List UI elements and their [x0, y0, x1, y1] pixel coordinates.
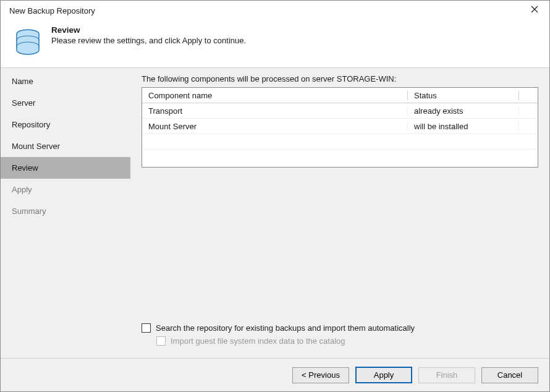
- checkbox-icon: [156, 336, 166, 346]
- wizard-sidebar: Name Server Repository Mount Server Revi…: [1, 68, 130, 358]
- grid-row[interactable]: Transport already exists: [142, 103, 538, 119]
- apply-button[interactable]: Apply: [355, 367, 412, 383]
- components-grid: Component name Status Transport already …: [142, 87, 538, 168]
- sidebar-item-server[interactable]: Server: [1, 92, 130, 114]
- checkbox-icon[interactable]: [142, 323, 151, 333]
- column-header-status[interactable]: Status: [408, 91, 519, 100]
- sidebar-item-apply: Apply: [1, 179, 130, 200]
- checkbox-label: Import guest file system index data to t…: [171, 336, 345, 346]
- titlebar: New Backup Repository: [1, 1, 549, 20]
- close-button[interactable]: [522, 1, 547, 18]
- components-intro: The following components will be process…: [142, 74, 538, 83]
- checkbox-import-index: Import guest file system index data to t…: [156, 336, 538, 346]
- cell-component-status: will be installed: [408, 122, 519, 131]
- cell-component-name: Mount Server: [142, 122, 408, 131]
- wizard-body: Name Server Repository Mount Server Revi…: [1, 67, 549, 358]
- checkbox-search-repository[interactable]: Search the repository for existing backu…: [142, 323, 538, 333]
- close-icon: [531, 6, 538, 13]
- sidebar-item-review[interactable]: Review: [1, 157, 130, 179]
- wizard-header: Review Please review the settings, and c…: [1, 20, 549, 67]
- sidebar-item-mount-server[interactable]: Mount Server: [1, 135, 130, 157]
- sidebar-item-name[interactable]: Name: [1, 70, 130, 92]
- wizard-footer: < Previous Apply Finish Cancel: [1, 358, 549, 391]
- repository-icon: [13, 27, 43, 56]
- wizard-main: The following components will be process…: [130, 68, 549, 358]
- checkbox-group: Search the repository for existing backu…: [142, 320, 538, 356]
- wizard-subheading: Please review the settings, and click Ap…: [51, 36, 246, 45]
- previous-button[interactable]: < Previous: [292, 367, 349, 383]
- wizard-window: New Backup Repository Review Please revi…: [0, 0, 550, 392]
- grid-row-empty: [142, 134, 538, 150]
- wizard-heading: Review: [51, 25, 246, 35]
- wizard-header-text: Review Please review the settings, and c…: [51, 25, 246, 45]
- spacer: [142, 168, 538, 320]
- checkbox-label: Search the repository for existing backu…: [156, 323, 415, 333]
- sidebar-item-summary: Summary: [1, 200, 130, 222]
- cancel-button[interactable]: Cancel: [481, 367, 538, 383]
- finish-button: Finish: [418, 367, 475, 383]
- grid-row-empty: [142, 150, 538, 165]
- cell-component-name: Transport: [142, 106, 408, 116]
- cell-component-status: already exists: [408, 106, 519, 116]
- column-header-name[interactable]: Component name: [142, 91, 408, 100]
- grid-row[interactable]: Mount Server will be installed: [142, 119, 538, 134]
- sidebar-item-repository[interactable]: Repository: [1, 114, 130, 135]
- grid-header-row: Component name Status: [142, 88, 538, 103]
- window-title: New Backup Repository: [9, 6, 522, 15]
